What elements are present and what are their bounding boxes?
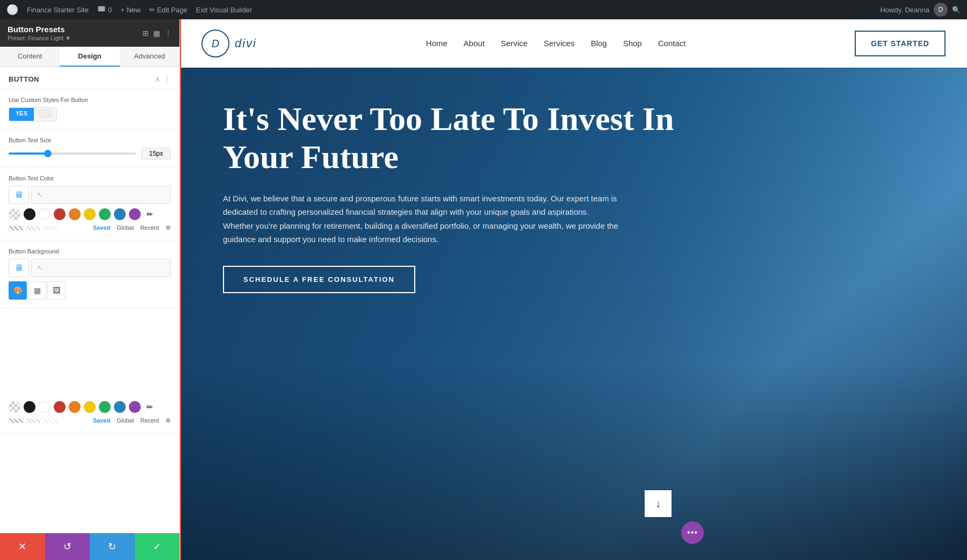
save-button[interactable]: ✓ bbox=[135, 533, 180, 560]
color-pencil-icon[interactable]: ✏ bbox=[144, 208, 156, 220]
user-menu[interactable]: Howdy, Deanna D 🔍 bbox=[880, 3, 961, 17]
settings-cog2-icon[interactable]: ⚙ bbox=[165, 417, 171, 424]
global-tab[interactable]: Global bbox=[117, 224, 134, 231]
collapse-icon[interactable]: ∧ bbox=[155, 75, 160, 83]
color-swatch2-blue[interactable] bbox=[114, 401, 126, 413]
menu-item-contact[interactable]: Contact bbox=[658, 39, 686, 48]
edit-page-link[interactable]: ✏ Edit Page bbox=[149, 6, 187, 14]
undo-button[interactable]: ↺ bbox=[45, 533, 90, 560]
expand-icon[interactable]: ⊞ bbox=[142, 29, 149, 38]
settings-cog-icon[interactable]: ⚙ bbox=[165, 224, 171, 231]
color-palette-text: ✏ bbox=[9, 208, 171, 220]
edit-page-label: Edit Page bbox=[157, 6, 187, 14]
bg-image-type[interactable]: 🖼 bbox=[47, 281, 66, 300]
pencil-icon: ✏ bbox=[149, 6, 155, 14]
color-pencil2-icon[interactable]: ✏ bbox=[144, 401, 156, 413]
main-layout: Button Presets Preset: Finance Light ▼ ⊞… bbox=[0, 19, 967, 560]
recent-tab-2[interactable]: Recent bbox=[140, 417, 159, 424]
saved-tabs: Saved Global Recent ⚙ bbox=[93, 224, 171, 231]
hero-description: At Divi, we believe that a secure and pr… bbox=[223, 192, 620, 246]
bg-color-input-box[interactable]: ↖ bbox=[31, 259, 171, 277]
panel-subtitle[interactable]: Preset: Finance Light ▼ bbox=[8, 35, 71, 41]
bg-gradient-type[interactable]: ▦ bbox=[28, 281, 46, 300]
color-input-box[interactable]: ↖ bbox=[31, 186, 171, 204]
panel-header-left: Button Presets Preset: Finance Light ▼ bbox=[8, 25, 71, 41]
site-preview: D divi Home About Service Services Blog … bbox=[180, 19, 967, 560]
exit-visual-builder-button[interactable]: Exit Visual Builder bbox=[196, 6, 252, 14]
down-arrow-button[interactable]: ↓ bbox=[645, 490, 672, 517]
custom-styles-toggle[interactable]: YES bbox=[9, 107, 57, 121]
color-swatch2-yellow[interactable] bbox=[84, 401, 96, 413]
button-bg-label: Button Background bbox=[9, 248, 171, 254]
saved-tab-2[interactable]: Saved bbox=[93, 417, 110, 424]
color-swatch-red[interactable] bbox=[54, 208, 66, 220]
color-swatch-yellow[interactable] bbox=[84, 208, 96, 220]
columns-icon[interactable]: ▦ bbox=[153, 29, 160, 38]
menu-item-home[interactable]: Home bbox=[426, 39, 448, 48]
avatar: D bbox=[934, 3, 948, 17]
menu-item-services[interactable]: Services bbox=[544, 39, 575, 48]
color-swatch-blue[interactable] bbox=[114, 208, 126, 220]
color-swatch-white[interactable] bbox=[39, 208, 50, 220]
bg-type-icons: 🎨 ▦ 🖼 bbox=[9, 281, 171, 300]
button-text-size-slider: 15px bbox=[9, 148, 171, 159]
color-swatch2-black[interactable] bbox=[24, 401, 35, 413]
recent-tab[interactable]: Recent bbox=[140, 224, 159, 231]
section-header-button: Button ∧ ⋮ bbox=[0, 67, 179, 89]
toggle-yes[interactable]: YES bbox=[9, 108, 34, 121]
slider-track bbox=[9, 152, 136, 155]
comments-icon-wrap[interactable]: 0 bbox=[97, 5, 112, 14]
color-swatch2-green[interactable] bbox=[99, 401, 111, 413]
cursor-icon: ↖ bbox=[37, 191, 42, 199]
site-menu: Home About Service Services Blog Shop Co… bbox=[426, 39, 686, 48]
color-swatch-black[interactable] bbox=[24, 208, 35, 220]
floating-dots-button[interactable]: ••• bbox=[681, 521, 704, 544]
slider-fill bbox=[9, 152, 47, 155]
wp-logo-icon[interactable]: ⚪ bbox=[6, 4, 18, 16]
bg-monitor-icon-box[interactable]: 🖥 bbox=[9, 259, 29, 277]
bg-color-type[interactable]: 🎨 bbox=[9, 281, 27, 300]
color-swatch-transparent[interactable] bbox=[9, 208, 20, 220]
color-swatch-orange[interactable] bbox=[69, 208, 81, 220]
search-icon[interactable]: 🔍 bbox=[952, 6, 961, 14]
cta-button[interactable]: SCHEDULE A FREE CONSULTATION bbox=[223, 266, 415, 293]
redo-button[interactable]: ↻ bbox=[90, 533, 135, 560]
button-text-size-label: Button Text Size bbox=[9, 137, 171, 143]
color-swatch2-red[interactable] bbox=[54, 401, 66, 413]
color-swatch-green[interactable] bbox=[99, 208, 111, 220]
menu-item-service[interactable]: Service bbox=[501, 39, 528, 48]
close-button[interactable]: ✕ bbox=[0, 533, 45, 560]
color-swatch-purple[interactable] bbox=[129, 208, 141, 220]
bg-cursor-icon: ↖ bbox=[37, 264, 42, 272]
color-swatch2-orange[interactable] bbox=[69, 401, 81, 413]
menu-item-about[interactable]: About bbox=[464, 39, 485, 48]
more-options-icon[interactable]: ⋮ bbox=[164, 29, 172, 38]
color-swatch2-white[interactable] bbox=[39, 401, 50, 413]
monitor-icon: 🖥 bbox=[15, 190, 23, 200]
section-more-icon[interactable]: ⋮ bbox=[163, 75, 171, 83]
toggle-no[interactable] bbox=[34, 108, 56, 121]
slider-thumb[interactable] bbox=[44, 150, 52, 157]
tab-content[interactable]: Content bbox=[0, 47, 60, 67]
button-bg-field: Button Background 🖥 ↖ 🎨 ▦ 🖼 bbox=[0, 241, 179, 308]
color-swatch2-transparent[interactable] bbox=[9, 401, 20, 413]
new-button[interactable]: + New bbox=[120, 6, 141, 14]
custom-styles-label: Use Custom Styles For Button bbox=[9, 97, 171, 103]
menu-item-shop[interactable]: Shop bbox=[623, 39, 642, 48]
comments-count: 0 bbox=[108, 6, 112, 14]
slider-value[interactable]: 15px bbox=[141, 148, 171, 159]
button-text-size-field: Button Text Size 15px bbox=[0, 129, 179, 168]
get-started-button[interactable]: GET STARTED bbox=[855, 31, 946, 56]
logo-text: divi bbox=[235, 37, 257, 50]
tab-advanced[interactable]: Advanced bbox=[120, 47, 179, 67]
tab-design[interactable]: Design bbox=[60, 47, 119, 67]
menu-item-blog[interactable]: Blog bbox=[591, 39, 607, 48]
wp-admin-bar: ⚪ Finance Starter Site 0 + New ✏ Edit Pa… bbox=[0, 0, 967, 19]
saved-tab[interactable]: Saved bbox=[93, 224, 110, 231]
site-name[interactable]: Finance Starter Site bbox=[27, 6, 89, 14]
button-text-color-field: Button Text Color 🖥 ↖ bbox=[0, 168, 179, 241]
global-tab-2[interactable]: Global bbox=[117, 417, 134, 424]
color-device-icon-box[interactable]: 🖥 bbox=[9, 186, 29, 204]
down-arrow-icon: ↓ bbox=[655, 498, 661, 510]
color-swatch2-purple[interactable] bbox=[129, 401, 141, 413]
